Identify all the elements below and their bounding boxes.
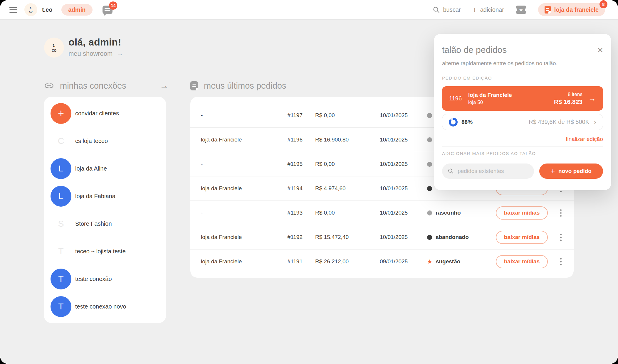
order-actions: baixar mídias [496,206,548,220]
connection-item[interactable]: Ccs loja teceo [44,127,166,155]
connection-avatar: T [51,296,71,317]
chat-badge: 14 [109,1,117,10]
order-number: #1194 [261,185,303,192]
goal-progress-row[interactable]: 88% R$ 439,6K de R$ 500K › [442,114,603,130]
order-value: R$ 15.472,40 [303,234,380,240]
brand-logo: t.co [29,6,32,13]
order-store: loja 50 [468,100,512,105]
connections-title: minhas conexões [60,81,126,91]
order-date: 09/01/2025 [380,258,427,265]
connection-item[interactable]: Tteste conexão [44,265,166,293]
order-number: #1195 [261,161,303,167]
connection-item[interactable]: Lloja da Aline [44,155,166,182]
existing-orders-input[interactable] [457,168,528,175]
orders-title: meus últimos pedidos [204,81,286,91]
arrow-right-icon: → [588,94,596,103]
close-icon[interactable]: × [597,45,603,55]
order-client: loja da Franciele [201,185,261,192]
order-actions: baixar mídias [496,231,548,244]
connections-card: +convidar clientesCcs loja teceoLloja da… [44,97,166,323]
order-doc-icon [545,6,551,14]
order-date: 10/01/2025 [380,234,427,240]
connections-arrow-icon[interactable]: → [160,81,169,91]
popup-title: talão de pedidos [442,45,507,55]
search-icon [448,168,454,174]
chat-button[interactable]: 14 [103,6,112,14]
order-number: 1196 [449,95,462,102]
search-label: buscar [443,6,461,13]
order-menu [548,257,574,267]
order-client: loja da Franciele [201,258,261,265]
hamburger-menu-icon[interactable] [9,7,17,13]
add-section-label: ADICIONAR MAIS PEDIDOS AO TALÃO [442,151,603,156]
connection-item[interactable]: Lloja da Fabiana [44,182,166,210]
connection-item[interactable]: SStore Fashion [44,210,166,237]
link-icon [44,83,54,89]
order-menu [548,232,574,242]
star-icon: ★ [519,8,523,12]
connection-avatar: C [51,131,71,151]
finish-editing-link[interactable]: finalizar edição [442,136,603,142]
order-row[interactable]: -#1193R$ 0,0010/01/2025rascunhobaixar mí… [190,200,574,225]
order-value: R$ 0,00 [303,161,380,167]
download-media-button[interactable]: baixar mídias [496,255,548,268]
new-order-button[interactable]: + novo pedido [539,164,603,179]
connection-avatar: T [51,269,71,289]
connection-avatar: + [51,103,71,124]
status-dot-icon [427,137,432,142]
add-label: adicionar [480,6,504,13]
connection-avatar: L [51,158,71,179]
existing-orders-search[interactable] [442,164,534,179]
download-media-button[interactable]: baixar mídias [496,231,548,244]
order-date: 10/01/2025 [380,136,427,143]
download-media-button[interactable]: baixar mídias [496,206,548,220]
store-talao-label: loja da franciele [554,6,599,13]
kebab-menu-icon[interactable] [559,257,563,267]
order-value: R$ 0,00 [303,210,380,216]
connection-label: teste conexao novo [75,303,126,310]
connection-avatar: T [51,241,71,262]
connection-avatar: L [51,186,71,207]
connection-label: teste conexão [75,276,112,282]
status-dot-icon [427,113,432,118]
order-client: - [201,112,261,119]
greeting: olá, admin! meu showroom → [68,36,123,58]
order-client: - [201,210,261,216]
order-total: R$ 16.823 [554,98,582,105]
chevron-right-icon: › [594,119,596,126]
connection-avatar: S [51,213,71,234]
order-status: ★sugestão [427,258,496,265]
order-value: R$ 4.974,60 [303,185,380,192]
brand-avatar[interactable]: t.co [24,3,37,16]
search-button[interactable]: buscar [433,6,461,13]
kebab-menu-icon[interactable] [559,232,563,242]
add-button[interactable]: + adicionar [472,6,504,14]
status-dot-icon [427,210,432,215]
connection-item[interactable]: +convidar clientes [44,100,166,127]
status-dot-icon [427,162,432,167]
topbar-left: t.co t.co admin 14 [0,3,112,16]
connection-item[interactable]: Tteste conexao novo [44,293,166,320]
brand-name: t.co [42,6,53,13]
plus-icon: + [472,6,477,14]
topbar-right: buscar + adicionar ★ loja da franciele 8 [433,3,618,16]
order-date: 10/01/2025 [380,210,427,216]
order-date: 10/01/2025 [380,112,427,119]
order-row[interactable]: loja da Franciele#1191R$ 26.212,0009/01/… [190,249,574,274]
order-value: R$ 16.900,80 [303,136,380,143]
current-order-card[interactable]: 1196 loja da Franciele loja 50 8 itens R… [442,86,603,111]
popup-description: alterne rapidamente entre os pedidos no … [442,60,603,67]
my-showroom-link[interactable]: meu showroom → [68,50,123,58]
progress-percent: 88% [461,119,473,125]
connection-item[interactable]: Tteceo ~ lojista teste [44,237,166,265]
store-talao-button[interactable]: loja da franciele 8 [538,3,605,16]
order-status: abandonado [427,234,496,240]
connection-label: loja da Aline [75,165,107,172]
kebab-menu-icon[interactable] [559,208,563,218]
order-row[interactable]: loja da Franciele#1192R$ 15.472,4010/01/… [190,225,574,249]
connection-label: convidar clientes [75,110,119,117]
order-status: rascunho [427,210,496,216]
user-avatar-logo: t.co [52,43,56,53]
arrow-right-icon: → [117,50,123,58]
ticket-star-icon[interactable]: ★ [516,6,526,14]
